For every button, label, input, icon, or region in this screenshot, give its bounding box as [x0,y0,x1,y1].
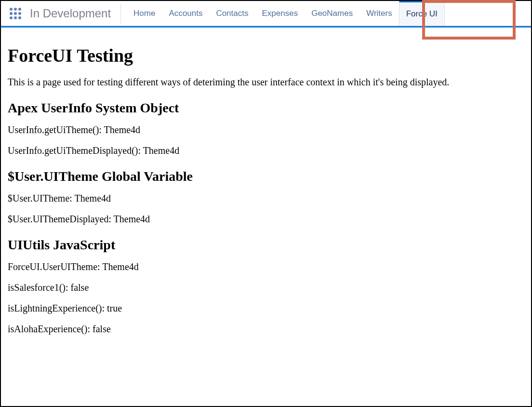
app-launcher-icon[interactable] [8,6,23,21]
output-line: ForceUI.UserUITheme: Theme4d [8,261,524,272]
intro-paragraph: This is a page used for testing differen… [8,77,524,88]
nav-item-home[interactable]: Home [127,1,162,26]
output-line: $User.UITheme: Theme4d [8,193,524,204]
output-line: $User.UIThemeDisplayed: Theme4d [8,214,524,225]
page-title: ForceUI Testing [8,45,524,66]
nav-item-writers[interactable]: Writers [359,1,399,26]
primary-nav: Home Accounts Contacts Expenses GeoNames… [127,1,445,26]
output-line: isSalesforce1(): false [8,282,524,293]
nav-item-geonames[interactable]: GeoNames [305,1,359,26]
section-heading: $User.UITheme Global Variable [8,169,524,184]
output-line: UserInfo.getUiThemeDisplayed(): Theme4d [8,145,524,156]
vertical-divider [120,4,121,23]
global-header: In Development Home Accounts Contacts Ex… [1,1,531,26]
nav-item-expenses[interactable]: Expenses [255,1,305,26]
output-line: isAlohaExperience(): false [8,324,524,335]
app-name-label: In Development [30,7,111,20]
section-heading: Apex UserInfo System Object [8,100,524,116]
main-content: ForceUI Testing This is a page used for … [1,27,531,335]
nav-item-accounts[interactable]: Accounts [162,1,209,26]
section-heading: UIUtils JavaScript [8,237,524,253]
output-line: UserInfo.getUiTheme(): Theme4d [8,124,524,136]
nav-item-contacts[interactable]: Contacts [209,1,255,26]
output-line: isLightningExperience(): true [8,303,524,314]
nav-item-force-ui[interactable]: Force UI [399,1,445,26]
